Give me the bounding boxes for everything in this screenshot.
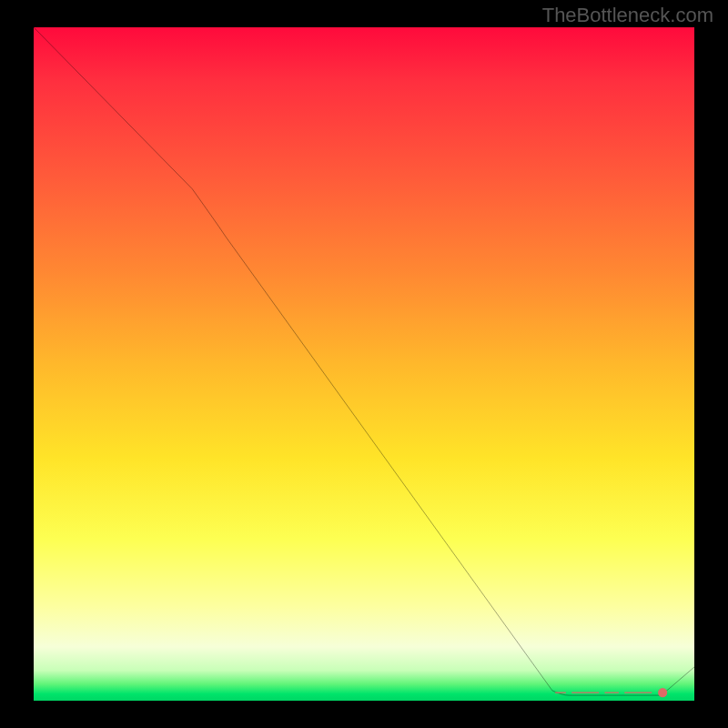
flat-segment-end-dot: [658, 688, 667, 697]
plot-area: [34, 27, 694, 701]
plot-svg: [34, 27, 694, 701]
chart-frame: TheBottleneck.com: [0, 0, 728, 728]
bottleneck-curve: [34, 27, 694, 695]
watermark-text: TheBottleneck.com: [542, 4, 713, 27]
